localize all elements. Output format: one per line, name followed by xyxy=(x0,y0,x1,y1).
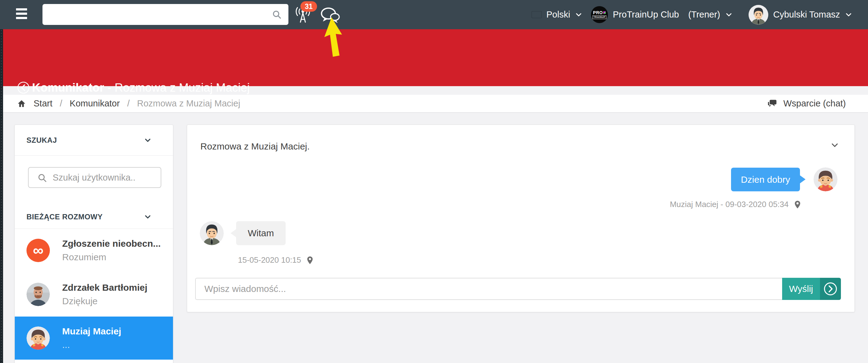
user-search-box xyxy=(28,167,161,188)
search-icon xyxy=(37,173,47,183)
chevron-down-icon xyxy=(144,137,151,144)
notification-count-badge[interactable]: 31 xyxy=(301,1,317,12)
chevron-down-icon xyxy=(725,11,733,19)
location-pin-icon xyxy=(305,256,315,265)
conversation-name: Muziaj Maciej xyxy=(62,326,121,336)
user-avatar xyxy=(749,5,768,25)
section-search-header[interactable]: SZUKAJ xyxy=(15,125,173,156)
collapsed-sidebar-rail[interactable] xyxy=(0,29,3,363)
message-bubble: Dzien dobry xyxy=(731,168,800,191)
chevron-down-icon xyxy=(845,11,852,19)
conversation-row-muziaj[interactable]: Muziaj Maciej ... xyxy=(15,317,173,360)
message-meta-text: Muziaj Maciej - 09-03-2020 05:34 xyxy=(670,200,788,209)
top-navbar: 31 Polski PRO TRAINUP ProTrainUp Club (T… xyxy=(0,0,868,29)
message-composer: Wyślij xyxy=(195,278,841,300)
chevron-down-icon xyxy=(831,141,839,150)
message-meta-text: 15-05-2020 10:15 xyxy=(238,255,301,265)
conversation-preview: Rozumiem xyxy=(62,252,161,262)
section-conversations-title: BIEŻĄCE ROZMOWY xyxy=(27,212,103,221)
breadcrumb: Start / Komunikator / Rozmowa z Muziaj M… xyxy=(17,98,240,108)
avatar-muziaj xyxy=(27,326,50,350)
protrainup-logo: PRO TRAINUP xyxy=(591,6,608,23)
user-name: Cybulski Tomasz xyxy=(773,9,840,20)
section-conversations-header[interactable]: BIEŻĄCE ROZMOWY xyxy=(15,205,173,229)
user-search-input[interactable] xyxy=(29,168,161,187)
avatar-zdrzalek xyxy=(27,283,50,306)
avatar-muziaj xyxy=(813,167,838,191)
global-search-box xyxy=(42,4,288,25)
message-meta: Muziaj Maciej - 09-03-2020 05:34 xyxy=(670,200,802,209)
breadcrumb-bar: Start / Komunikator / Rozmowa z Muziaj M… xyxy=(0,95,868,113)
user-search-area xyxy=(15,156,173,205)
conversation-name: Zdrzałek Bartłomiej xyxy=(62,283,148,293)
conversation-row-absence[interactable]: ∞ Zgłoszenie nieobecn... Rozumiem xyxy=(15,229,173,272)
send-button-label: Wyślij xyxy=(782,278,820,300)
conversation-preview: ... xyxy=(62,340,121,350)
conversation-name: Zgłoszenie nieobecn... xyxy=(62,238,161,249)
send-icon-box xyxy=(820,278,841,300)
breadcrumb-komunikator[interactable]: Komunikator xyxy=(69,98,120,108)
chat-title: Rozmowa z Muziaj Maciej. xyxy=(200,141,310,152)
club-role: (Trener) xyxy=(688,9,720,20)
infinity-avatar: ∞ xyxy=(27,239,50,262)
message-outgoing: Dzien dobry xyxy=(731,167,838,191)
message-input[interactable] xyxy=(195,278,782,300)
support-chat-link[interactable]: Wsparcie (chat) xyxy=(767,98,846,108)
club-name: ProTrainUp Club xyxy=(613,9,679,20)
message-meta: 15-05-2020 10:15 xyxy=(238,255,315,265)
page-header: Komunikator - Rozmowa z Muziaj Maciej xyxy=(0,29,868,86)
language-selector[interactable]: Polski xyxy=(532,0,582,29)
message-incoming: Witam xyxy=(200,221,286,245)
chevron-down-icon xyxy=(575,11,582,19)
breadcrumb-current: Rozmowa z Muziaj Maciej xyxy=(137,98,240,108)
user-menu[interactable]: Cybulski Tomasz xyxy=(749,0,852,29)
back-button[interactable] xyxy=(17,81,30,94)
search-icon xyxy=(272,9,282,20)
bubble-tail xyxy=(800,175,806,183)
send-button[interactable]: Wyślij xyxy=(782,278,841,300)
hamburger-menu-icon[interactable] xyxy=(16,8,27,21)
conversations-sidebar: SZUKAJ BIEŻĄCE ROZMOWY ∞ Zgłoszenie nieo… xyxy=(14,125,173,363)
conversation-preview: Dziękuje xyxy=(62,296,148,306)
message-bubble: Witam xyxy=(236,221,286,245)
avatar-trainer xyxy=(200,221,224,245)
location-pin-icon xyxy=(793,200,802,209)
home-icon[interactable] xyxy=(17,99,26,108)
chat-collapse-button[interactable] xyxy=(831,141,839,150)
poland-flag-icon xyxy=(532,11,541,18)
breadcrumb-start[interactable]: Start xyxy=(34,98,52,108)
global-search-input[interactable] xyxy=(42,4,288,25)
chevron-down-icon xyxy=(144,213,151,221)
conversation-row-zdrzalek[interactable]: Zdrzałek Bartłomiej Dziękuje xyxy=(15,272,173,317)
section-search-title: SZUKAJ xyxy=(27,136,57,144)
bubble-tail xyxy=(230,229,236,237)
club-selector[interactable]: PRO TRAINUP ProTrainUp Club (Trener) xyxy=(591,0,733,29)
language-label: Polski xyxy=(546,9,570,20)
page-title: Komunikator - Rozmowa z Muziaj Maciej xyxy=(32,81,250,94)
send-circle-arrow-icon xyxy=(824,282,838,296)
messenger-icon[interactable] xyxy=(320,7,340,23)
support-chat-icon xyxy=(767,99,777,108)
support-chat-label: Wsparcie (chat) xyxy=(783,98,846,108)
chat-panel: Rozmowa z Muziaj Maciej. Dzien dobry xyxy=(187,125,855,312)
